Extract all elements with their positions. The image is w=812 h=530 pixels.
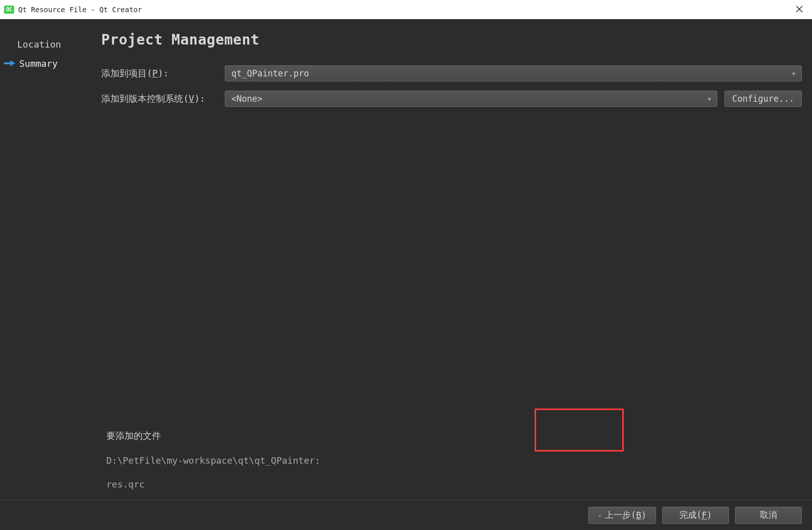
form-row-vcs: 添加到版本控制系统(V): <None> ▼ Configure... xyxy=(101,91,802,107)
sidebar-item-location[interactable]: Location xyxy=(17,34,101,54)
chevron-down-icon: ▼ xyxy=(792,71,795,76)
vcs-combo-value: <None> xyxy=(231,94,262,104)
svg-marker-3 xyxy=(10,60,15,66)
files-name: res.qrc xyxy=(106,479,320,490)
finish-button[interactable]: 完成(F) xyxy=(662,507,729,524)
vcs-label: 添加到版本控制系统(V): xyxy=(101,93,218,105)
content: Project Management 添加到项目(P): qt_QPainter… xyxy=(101,19,812,500)
project-label: 添加到项目(P): xyxy=(101,67,218,79)
window-title: Qt Resource File - Qt Creator xyxy=(18,6,142,14)
sidebar-item-label: Location xyxy=(17,39,61,50)
vcs-combo[interactable]: <None> ▼ xyxy=(225,91,717,107)
sidebar-item-label: Summary xyxy=(19,58,58,69)
chevron-down-icon: ▼ xyxy=(708,96,711,102)
chevron-left-icon: ‹ xyxy=(598,511,602,519)
files-section: 要添加的文件 D:\PetFile\my-workspace\qt\qt_QPa… xyxy=(106,430,320,490)
project-combo-value: qt_QPainter.pro xyxy=(231,68,309,78)
files-heading: 要添加的文件 xyxy=(106,430,320,442)
page-title: Project Management xyxy=(101,31,802,48)
sidebar: Location Summary xyxy=(0,19,101,500)
svg-rect-2 xyxy=(4,62,10,64)
arrow-right-icon xyxy=(4,60,15,67)
titlebar: QC Qt Resource File - Qt Creator xyxy=(0,0,812,19)
cancel-button[interactable]: 取消 xyxy=(735,507,802,524)
project-combo[interactable]: qt_QPainter.pro ▼ xyxy=(225,65,802,81)
form-row-project: 添加到项目(P): qt_QPainter.pro ▼ xyxy=(101,65,802,81)
close-icon[interactable] xyxy=(794,4,805,15)
files-path: D:\PetFile\my-workspace\qt\qt_QPainter: xyxy=(106,455,320,466)
configure-button[interactable]: Configure... xyxy=(724,91,802,107)
titlebar-left: QC Qt Resource File - Qt Creator xyxy=(4,6,142,14)
sidebar-item-summary[interactable]: Summary xyxy=(17,54,101,73)
back-button[interactable]: ‹ 上一步(B) xyxy=(588,507,656,524)
main-area: Location Summary Project Management 添加到项… xyxy=(0,19,812,500)
bottom-bar: ‹ 上一步(B) 完成(F) 取消 xyxy=(0,500,812,530)
qt-icon: QC xyxy=(4,6,14,14)
